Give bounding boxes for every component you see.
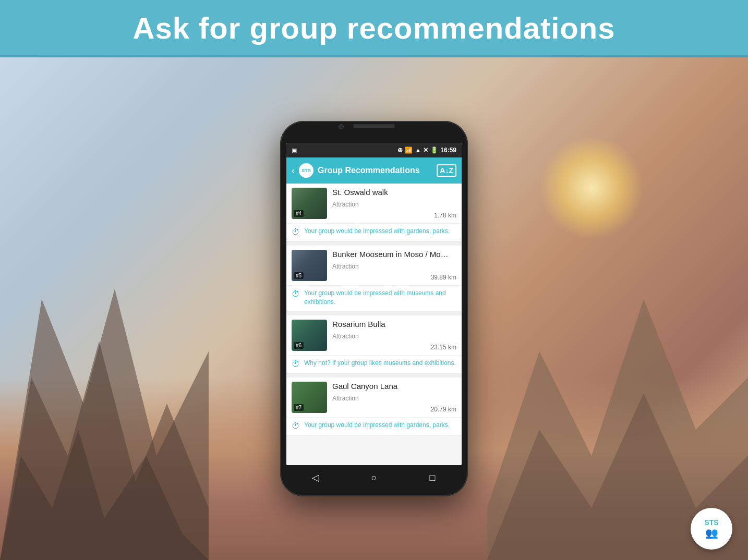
divider-1 [286,241,462,246]
hint-icon-2: ⏱ [292,289,300,299]
item-distance-2: 39.89 km [332,274,456,281]
battery-icon-right: 🔋 [430,147,438,154]
time-display: 16:59 [440,147,456,154]
nav-back-button[interactable]: ◁ [305,467,326,488]
list-item-row-1[interactable]: #4 St. Oswald walk Attraction 1.78 km [286,184,462,223]
item-name-4: Gaul Canyon Lana [332,382,456,391]
list-item-4[interactable]: #7 Gaul Canyon Lana Attraction 20.79 km … [286,378,462,435]
mountain-right [487,195,748,560]
phone-speaker [353,124,395,128]
phone-camera [339,124,344,129]
item-name-1: St. Oswald walk [332,188,456,197]
hint-text-3: Why not? If your group likes museums and… [304,359,456,368]
list-item-row-4[interactable]: #7 Gaul Canyon Lana Attraction 20.79 km [286,378,462,417]
background-scene: ▣ ⊕ 📶 ▲ ✕ 🔋 16:59 ‹ [0,57,748,560]
item-badge-2: #5 [294,272,304,279]
item-info-4: Gaul Canyon Lana Attraction 20.79 km [332,382,456,413]
phone-device: ▣ ⊕ 📶 ▲ ✕ 🔋 16:59 ‹ [280,121,468,496]
status-bar: ▣ ⊕ 📶 ▲ ✕ 🔋 16:59 [286,143,462,157]
item-type-2: Attraction [332,263,456,270]
list-item[interactable]: #4 St. Oswald walk Attraction 1.78 km ⏱ … [286,184,462,241]
page-title: Ask for group recommendations [133,10,616,45]
item-info-1: St. Oswald walk Attraction 1.78 km [332,188,456,219]
list-item-row-3[interactable]: #6 Rosarium Bulla Attraction 23.15 km [286,315,462,355]
item-info-2: Bunker Mooseum in Moso / Mo… Attraction … [332,250,456,281]
item-info-3: Rosarium Bulla Attraction 23.15 km [332,320,456,351]
logo-people-icon: 👥 [705,527,718,539]
app-bar-left: ‹ STS Group Recommendations [292,162,420,179]
content-area[interactable]: #4 St. Oswald walk Attraction 1.78 km ⏱ … [286,184,462,465]
item-thumbnail-2: #5 [292,250,327,281]
item-type-4: Attraction [332,395,456,402]
app-logo: STS [298,162,315,179]
divider-3 [286,373,462,378]
item-distance-3: 23.15 km [332,344,456,351]
phone-top-bar [286,127,462,143]
hint-row-2: ⏱ Your group would be impressed with mus… [286,285,462,311]
list-item-row-2[interactable]: #5 Bunker Mooseum in Moso / Mo… Attracti… [286,246,462,285]
bottom-right-logo: STS 👥 [691,508,732,550]
item-thumbnail-3: #6 [292,320,327,351]
item-thumbnail-1: #4 [292,188,327,219]
item-type-1: Attraction [332,201,456,208]
nfc-icon: ✕ [423,147,428,154]
divider-2 [286,311,462,315]
sort-button[interactable]: A↓Z [437,164,456,177]
list-item-3[interactable]: #6 Rosarium Bulla Attraction 23.15 km ⏱ … [286,315,462,373]
item-name-3: Rosarium Bulla [332,320,456,329]
app-bar-title: Group Recommendations [318,166,420,175]
item-type-3: Attraction [332,333,456,340]
hint-text-2: Your group would be impressed with museu… [304,289,456,307]
item-badge-3: #6 [294,342,304,349]
hint-row-4: ⏱ Your group would be impressed with gar… [286,417,462,435]
hint-icon-4: ⏱ [292,421,300,431]
item-distance-1: 1.78 km [332,212,456,219]
hint-icon-1: ⏱ [292,227,300,237]
item-thumbnail-4: #7 [292,382,327,413]
item-distance-4: 20.79 km [332,406,456,413]
status-left: ▣ [292,147,297,154]
signal-icon: 📶 [405,147,413,154]
hint-text-4: Your group would be impressed with garde… [304,421,450,430]
wifi-icon: ▲ [415,147,421,154]
nav-recent-button[interactable]: □ [422,467,443,488]
app-bar: ‹ STS Group Recommendations A↓Z [286,157,462,184]
nav-home-button[interactable]: ○ [364,467,384,488]
hint-text-1: Your group would be impressed with garde… [304,227,450,236]
page-header: Ask for group recommendations [0,0,748,57]
phone-screen: ▣ ⊕ 📶 ▲ ✕ 🔋 16:59 ‹ [286,143,462,465]
phone-navigation: ◁ ○ □ [286,465,462,490]
back-button[interactable]: ‹ [292,165,295,176]
hint-row-1: ⏱ Your group would be impressed with gar… [286,223,462,241]
item-name-2: Bunker Mooseum in Moso / Mo… [332,250,456,259]
item-badge-1: #4 [294,210,304,217]
battery-icon: ▣ [292,147,297,154]
list-item-2[interactable]: #5 Bunker Mooseum in Moso / Mo… Attracti… [286,246,462,311]
logo-text: STS [704,518,718,527]
gps-icon: ⊕ [397,147,403,154]
hint-row-3: ⏱ Why not? If your group likes museums a… [286,355,462,373]
hint-icon-3: ⏱ [292,359,300,369]
item-badge-4: #7 [294,404,304,411]
mountain-left [0,195,209,560]
phone-outer: ▣ ⊕ 📶 ▲ ✕ 🔋 16:59 ‹ [280,121,468,496]
status-right: ⊕ 📶 ▲ ✕ 🔋 16:59 [397,147,456,154]
